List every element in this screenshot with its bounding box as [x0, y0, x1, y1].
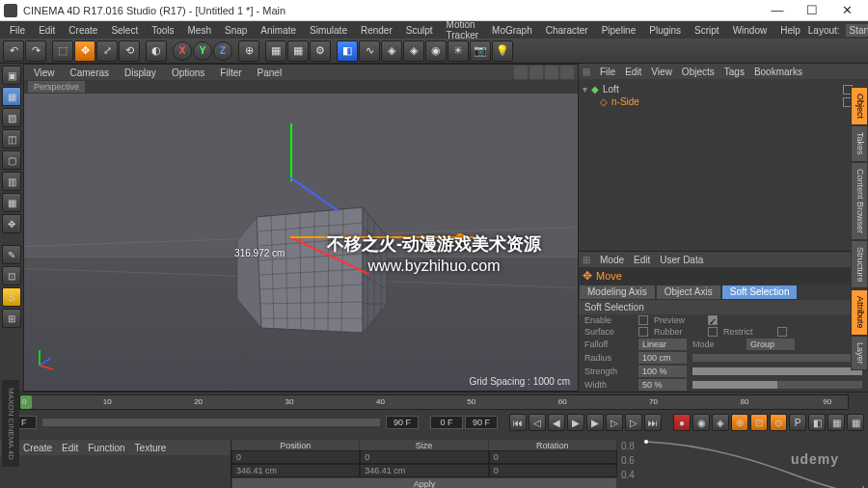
menu-select[interactable]: Select [105, 23, 144, 38]
mm-create[interactable]: Create [23, 443, 52, 453]
menu-sculpt[interactable]: Sculpt [400, 23, 439, 38]
tab-soft-selection[interactable]: Soft Selection [721, 285, 799, 300]
radius-input[interactable]: 100 cm [638, 352, 687, 364]
width-input[interactable]: 50 % [638, 379, 687, 391]
dock-icon[interactable]: ⊞ [583, 67, 590, 77]
last-tool[interactable]: ◐ [146, 41, 167, 62]
tab-object-axis[interactable]: Object Axis [656, 285, 721, 300]
axis-x-toggle[interactable]: X [173, 41, 192, 61]
menu-pipeline[interactable]: Pipeline [596, 23, 642, 38]
record-button[interactable]: ● [673, 414, 691, 431]
vtab-content[interactable]: Content Browser [851, 162, 868, 240]
object-tree[interactable]: ▾◆ Loft ✓ ◇ n-Side ✓ [579, 79, 868, 112]
radius-slider[interactable] [692, 354, 862, 362]
goto-start[interactable]: ⏮ [509, 414, 527, 431]
texture-mode[interactable]: ▨ [2, 108, 21, 127]
om-objects[interactable]: Objects [682, 67, 715, 77]
menu-create[interactable]: Create [63, 23, 103, 38]
coord-py[interactable]: 346.41 cm [231, 464, 360, 477]
axis-mode[interactable]: ✥ [2, 214, 21, 233]
vtab-takes[interactable]: Takes [851, 125, 868, 162]
workplane-mode[interactable]: ◫ [2, 129, 21, 149]
axis-z-toggle[interactable]: Z [213, 41, 232, 61]
axis-endpoint[interactable] [456, 233, 464, 241]
rotate-tool[interactable]: ⟲ [119, 41, 140, 62]
close-button[interactable]: ✕ [829, 1, 864, 20]
vp-menu-cameras[interactable]: Cameras [70, 68, 110, 78]
strength-input[interactable]: 100 % [638, 366, 687, 377]
prev-frame[interactable]: ◀ [548, 414, 565, 431]
model-mode[interactable]: ▦ [2, 87, 21, 106]
timeline-ruler[interactable]: 0 10 20 30 40 50 60 70 80 90 [19, 394, 849, 410]
key-pos[interactable]: ⊕ [731, 414, 748, 431]
key-param[interactable]: P [789, 414, 806, 431]
axis-y-handle[interactable] [290, 123, 292, 181]
coord-system[interactable]: ⊕ [238, 41, 259, 62]
dock-icon[interactable]: ⊞ [583, 255, 590, 265]
minimize-button[interactable]: — [760, 1, 795, 20]
vp-menu-view[interactable]: View [34, 68, 55, 78]
next-frame[interactable]: ▷ [606, 414, 623, 431]
om-edit[interactable]: Edit [625, 67, 641, 77]
layout-select[interactable]: Startup [846, 24, 868, 37]
scale-tool[interactable]: ⤢ [96, 41, 118, 62]
menu-snap[interactable]: Snap [219, 23, 253, 38]
snap-toggle[interactable]: ⊡ [2, 266, 21, 285]
tree-item-nside[interactable]: ◇ n-Side ✓ [583, 95, 864, 108]
polygon-mode[interactable]: ▦ [2, 193, 21, 212]
rubber-checkbox[interactable] [708, 327, 718, 337]
render-pv[interactable]: ▦ [287, 41, 309, 62]
vp-menu-panel[interactable]: Panel [258, 68, 283, 78]
current-frame-input[interactable] [430, 416, 463, 429]
goto-end[interactable]: ⏭ [644, 414, 662, 431]
om-bookmarks[interactable]: Bookmarks [754, 67, 802, 77]
menu-simulate[interactable]: Simulate [304, 23, 353, 38]
viewport-3d[interactable]: ↖ 316.972 cm Grid Spacing : 1000 cm [24, 94, 578, 391]
key-opt2[interactable]: ▦ [847, 414, 864, 431]
key-opt1[interactable]: ▦ [827, 414, 845, 431]
environment[interactable]: ☀ [448, 41, 469, 62]
vp-menu-filter[interactable]: Filter [220, 68, 241, 78]
coord-sx[interactable]: 0 [360, 450, 488, 464]
menu-mograph[interactable]: MoGraph [486, 23, 538, 38]
vp-menu-options[interactable]: Options [172, 68, 204, 78]
menu-render[interactable]: Render [355, 23, 398, 38]
move-axis-handle[interactable] [290, 236, 474, 238]
am-mode[interactable]: Mode [600, 255, 624, 265]
om-file[interactable]: File [600, 67, 615, 77]
workplane[interactable]: ⊞ [2, 309, 21, 328]
generator2[interactable]: ◈ [403, 41, 424, 62]
snap-settings[interactable]: S [2, 287, 21, 307]
maximize-button[interactable]: ☐ [795, 1, 829, 20]
preview-checkbox[interactable]: ✓ [708, 315, 718, 325]
cube-primitive[interactable]: ◧ [337, 41, 358, 62]
strength-slider[interactable] [692, 367, 862, 375]
coord-rp[interactable]: 0 [489, 464, 617, 477]
edge-mode[interactable]: ▥ [2, 172, 21, 191]
goto-frame-input[interactable] [465, 416, 498, 429]
vtab-structure[interactable]: Structure [851, 240, 868, 289]
key-pla[interactable]: ◧ [808, 414, 826, 431]
om-tags[interactable]: Tags [724, 67, 745, 77]
key-selection[interactable]: ◈ [712, 414, 729, 431]
play-backward[interactable]: ▶ [567, 414, 584, 431]
render-view[interactable]: ▦ [265, 41, 286, 62]
apply-button[interactable]: Apply [232, 478, 616, 488]
end-frame-input[interactable] [386, 416, 419, 429]
axis-y-toggle[interactable]: Y [193, 41, 212, 61]
vtab-attribute[interactable]: Attribute [851, 289, 868, 336]
menu-file[interactable]: File [4, 23, 31, 38]
point-mode[interactable]: ▢ [2, 150, 21, 170]
menu-character[interactable]: Character [540, 23, 594, 38]
make-editable[interactable]: ▣ [2, 66, 21, 85]
generator[interactable]: ◈ [381, 41, 402, 62]
coord-rh[interactable]: 0 [489, 450, 617, 464]
coord-sy[interactable]: 346.41 cm [360, 464, 488, 477]
vp-nav-icon[interactable] [560, 66, 574, 79]
restrict-checkbox[interactable] [777, 327, 787, 337]
play-forward[interactable]: ▶ [586, 414, 604, 431]
vtab-layer[interactable]: Layer [851, 336, 868, 371]
deformer[interactable]: ◉ [425, 41, 447, 62]
menu-animate[interactable]: Animate [255, 23, 302, 38]
key-rot[interactable]: ⊙ [770, 414, 787, 431]
